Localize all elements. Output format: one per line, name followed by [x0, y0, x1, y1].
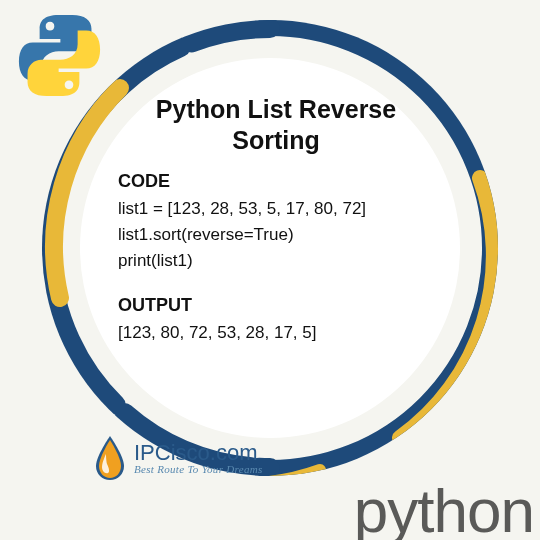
code-line: list1 = [123, 28, 53, 5, 17, 80, 72] [118, 196, 434, 222]
output-label: OUTPUT [118, 295, 434, 316]
title-line-2: Sorting [232, 126, 320, 154]
droplet-icon [92, 434, 128, 482]
code-line: print(list1) [118, 248, 434, 274]
python-logo-icon [12, 8, 107, 103]
code-label: CODE [118, 171, 434, 192]
output-line: [123, 80, 72, 53, 28, 17, 5] [118, 320, 434, 346]
output-section: OUTPUT [123, 80, 72, 53, 28, 17, 5] [118, 295, 434, 346]
brand-name: IPCisco.com [134, 441, 263, 464]
card-title: Python List Reverse Sorting [118, 94, 434, 157]
code-section: CODE list1 = [123, 28, 53, 5, 17, 80, 72… [118, 171, 434, 275]
python-wordmark: python [354, 475, 534, 540]
content-card: Python List Reverse Sorting CODE list1 =… [80, 58, 460, 438]
branding-text: IPCisco.com Best Route To Your Dreams [134, 441, 263, 476]
branding-block: IPCisco.com Best Route To Your Dreams [92, 434, 263, 482]
title-line-1: Python List Reverse [156, 95, 396, 123]
code-line: list1.sort(reverse=True) [118, 222, 434, 248]
brand-tagline: Best Route To Your Dreams [134, 464, 263, 476]
